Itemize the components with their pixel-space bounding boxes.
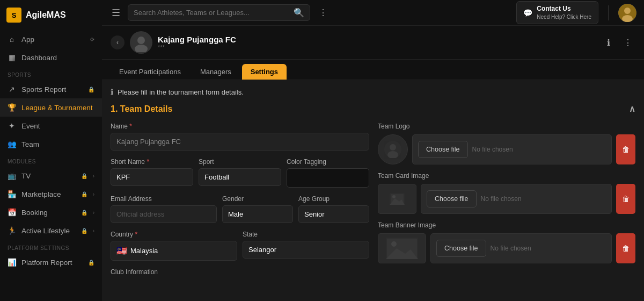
- team-avatar: [130, 31, 152, 54]
- people-icon: 👥: [8, 140, 16, 148]
- svg-point-12: [392, 195, 396, 198]
- input-color-tagging[interactable]: [287, 168, 369, 188]
- country-value: Malaysia: [130, 247, 158, 255]
- sidebar-label-booking: Booking: [21, 209, 76, 217]
- back-button[interactable]: ‹: [111, 35, 125, 49]
- sidebar-label-tv: TV: [21, 172, 76, 180]
- app-brand: AgileMAS: [26, 10, 66, 20]
- sidebar-label-app: App: [21, 35, 85, 44]
- banner-no-file-text: No file chosen: [491, 245, 606, 252]
- label-email: Email Address: [111, 195, 217, 203]
- sidebar-label-team: Team: [21, 140, 94, 148]
- field-sport: Sport: [199, 158, 281, 188]
- trash-icon-logo: 🗑: [622, 145, 630, 154]
- tab-managers[interactable]: Managers: [192, 64, 240, 80]
- arrow-tv: ›: [93, 173, 94, 179]
- choose-file-banner-button[interactable]: Choose file: [436, 240, 486, 257]
- svg-point-7: [390, 144, 396, 150]
- lock-icon-active-lifestyle: 🔒: [81, 228, 87, 234]
- sidebar-label-active-lifestyle: Active Lifestyle: [21, 227, 76, 235]
- input-country[interactable]: 🇲🇾 Malaysia: [111, 241, 237, 261]
- form-row-location: Country * 🇲🇾 Malaysia State: [111, 231, 369, 268]
- delete-card-button[interactable]: 🗑: [616, 184, 635, 214]
- banner-upload-row: Choose file No file chosen 🗑: [378, 233, 635, 263]
- delete-banner-button[interactable]: 🗑: [616, 233, 635, 263]
- sidebar-item-booking[interactable]: 📅 Booking 🔒 ›: [0, 203, 102, 221]
- sidebar-item-team[interactable]: 👥 Team: [0, 135, 102, 153]
- logo-no-file-text: No file chosen: [472, 146, 606, 153]
- logo-file-area: Choose file No file chosen: [412, 134, 612, 164]
- sidebar-label-league-tournament: League & Tournament: [21, 104, 94, 112]
- delete-logo-button[interactable]: 🗑: [616, 134, 635, 164]
- flag-icon: 🇲🇾: [116, 246, 127, 256]
- sidebar-item-dashboard[interactable]: ▦ Dashboard: [0, 48, 102, 67]
- collapse-icon[interactable]: ∧: [629, 104, 635, 114]
- sidebar-header: S AgileMAS: [0, 0, 102, 30]
- svg-point-4: [137, 37, 145, 44]
- app-logo: S: [6, 8, 21, 23]
- sidebar-item-league-tournament[interactable]: 🏆 League & Tournament: [0, 98, 102, 117]
- sidebar-item-active-lifestyle[interactable]: 🏃 Active Lifestyle 🔒 ›: [0, 221, 102, 240]
- logo-upload-row: Choose file No file chosen 🗑: [378, 134, 635, 164]
- input-email[interactable]: [111, 205, 217, 223]
- header-more-button[interactable]: ⋮: [620, 35, 635, 50]
- card-preview: [378, 184, 416, 214]
- section-label-platform: Platform Settings: [0, 240, 102, 253]
- sidebar-item-tv[interactable]: 📺 TV 🔒 ›: [0, 167, 102, 185]
- sidebar: S AgileMAS ⌂ App ⟳ ▦ Dashboard Sports ↗ …: [0, 0, 102, 301]
- field-name: Name *: [111, 123, 369, 150]
- field-short-name: Short Name *: [111, 158, 193, 188]
- input-sport[interactable]: [199, 168, 281, 186]
- card-upload-row: Choose file No file chosen 🗑: [378, 184, 635, 214]
- label-gender: Gender: [222, 195, 293, 203]
- tab-settings[interactable]: Settings: [242, 64, 287, 80]
- sidebar-item-event[interactable]: ✦ Event: [0, 117, 102, 135]
- team-sub: ***: [158, 44, 596, 51]
- input-age-group[interactable]: [298, 205, 369, 223]
- sidebar-label-event: Event: [21, 122, 94, 130]
- team-header-actions: ℹ ⋮: [601, 35, 635, 50]
- content-area: ‹ Kajang Pujangga FC *** ℹ ⋮ Event Parti…: [102, 26, 644, 301]
- sidebar-item-sports-report[interactable]: ↗ Sports Report 🔒: [0, 80, 102, 98]
- label-name: Name *: [111, 123, 369, 130]
- card-file-area: Choose file No file chosen: [421, 184, 612, 214]
- contact-us-button[interactable]: 💬 Contact Us Need Help? Click Here: [516, 1, 598, 24]
- image-section-card: Team Card Image: [378, 172, 635, 214]
- field-color-tagging: Color Tagging: [287, 158, 369, 188]
- store-icon: 🏪: [8, 190, 16, 198]
- contact-icon: 💬: [523, 9, 532, 17]
- tab-event-participations[interactable]: Event Participations: [111, 64, 189, 80]
- avatar[interactable]: [618, 4, 636, 22]
- input-gender[interactable]: [222, 205, 293, 223]
- arrow-active-lifestyle: ›: [93, 228, 94, 234]
- field-country: Country * 🇲🇾 Malaysia: [111, 231, 237, 261]
- more-options-icon[interactable]: ⋮: [316, 5, 331, 20]
- choose-file-card-button[interactable]: Choose file: [427, 190, 477, 207]
- info-button[interactable]: ℹ: [601, 35, 616, 50]
- team-info: Kajang Pujangga FC ***: [158, 35, 596, 51]
- input-state[interactable]: [243, 241, 369, 259]
- section-label-modules: Modules: [0, 153, 102, 167]
- banner-label: Team Banner Image: [378, 221, 635, 229]
- sidebar-nav: ⌂ App ⟳ ▦ Dashboard Sports ↗ Sports Repo…: [0, 30, 102, 301]
- field-age-group: Age Group: [298, 195, 369, 223]
- trash-icon-card: 🗑: [622, 195, 630, 203]
- trend-icon: ↗: [8, 85, 16, 94]
- main-wrapper: ☰ 🔍 ⋮ 💬 Contact Us Need Help? Click Here: [102, 0, 644, 301]
- sidebar-item-marketplace[interactable]: 🏪 Marketplace 🔒 ›: [0, 185, 102, 203]
- lock-icon-platform-report: 🔒: [88, 260, 94, 266]
- input-short-name[interactable]: [111, 168, 193, 186]
- choose-file-logo-button[interactable]: Choose file: [418, 141, 468, 158]
- sidebar-item-platform-report[interactable]: 📊 Platform Report 🔒: [0, 253, 102, 271]
- label-country: Country *: [111, 231, 237, 238]
- menu-icon[interactable]: ☰: [109, 5, 122, 21]
- form-row-contact: Email Address Gender Age Group: [111, 195, 369, 231]
- arrow-booking: ›: [93, 210, 94, 216]
- sidebar-item-app[interactable]: ⌂ App ⟳: [0, 30, 102, 48]
- contact-sub: Need Help? Click Here: [537, 13, 591, 20]
- lock-icon-marketplace: 🔒: [81, 191, 87, 197]
- svg-point-16: [391, 241, 397, 247]
- svg-point-1: [624, 8, 631, 14]
- search-input[interactable]: [134, 9, 289, 17]
- input-name[interactable]: [111, 133, 369, 150]
